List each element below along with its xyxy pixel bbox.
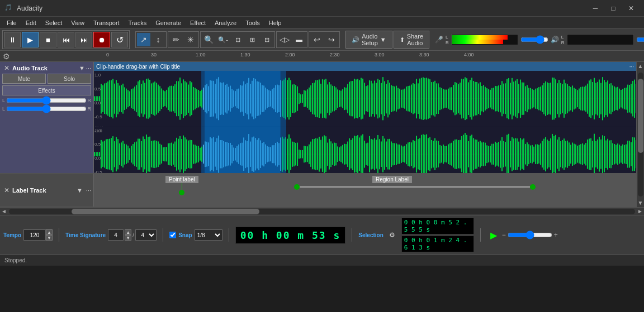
menu-generate[interactable]: Generate (151, 17, 186, 28)
audio-setup-button[interactable]: 🔊 Audio Setup ▼ (345, 31, 392, 49)
playback-speed-slider[interactable] (508, 231, 552, 239)
stop-button[interactable]: ■ (40, 32, 56, 47)
tempo-input[interactable] (23, 229, 46, 241)
snap-select[interactable]: 1/8 Off 1/4 1/16 (195, 229, 222, 241)
trim-button[interactable]: ◁▷ (278, 33, 291, 46)
edit-tools2-group: ◁▷ ▬ (276, 31, 307, 48)
status-text: Stopped. (4, 257, 27, 263)
v-scrollbar[interactable]: ▲ ▼ (636, 62, 644, 207)
skip-fwd-button[interactable]: ⏭ (75, 32, 92, 47)
menu-bar: File Edit Select View Transport Tracks G… (0, 17, 644, 29)
smooth-tool-button[interactable]: ✳ (184, 33, 197, 46)
audio-track-menu-button[interactable]: ··· (86, 65, 91, 71)
gain-r-label: R (88, 98, 92, 103)
label-track-menu-button[interactable]: ··· (86, 187, 91, 194)
zoom-out-button[interactable]: 🔍- (216, 33, 230, 46)
skip-back-button[interactable]: ⏮ (58, 32, 74, 47)
v-scroll-up-button[interactable]: ▲ (637, 62, 644, 70)
ruler-settings-button[interactable]: ⚙ (0, 51, 12, 62)
label-track-header: ✕ Label Track ▼ ··· (0, 174, 94, 207)
share-audio-button[interactable]: ⬆ Share Audio (394, 31, 429, 49)
point-label-pin (179, 190, 184, 195)
playback-speed-section: ▶ − + (487, 228, 558, 242)
envelope-tool-button[interactable]: ↕ (151, 33, 165, 46)
menu-effect[interactable]: Effect (186, 17, 210, 28)
label-track: ✕ Label Track ▼ ··· Point label Region L… (0, 174, 636, 207)
audio-setup-label: Audio Setup (362, 33, 378, 46)
toolbar-row1: ⏸ ▶ ■ ⏮ ⏭ ⏺ ↺ ↗ ↕ ✏ ✳ 🔍 🔍- ⊡ ⊞ ⊟ ◁▷ ▬ ↩ … (0, 29, 644, 51)
loop-button[interactable]: ↺ (111, 32, 128, 47)
select-tool-button[interactable]: ↗ (137, 33, 150, 46)
time-sig-den-select[interactable]: 4 2 8 16 (135, 229, 157, 241)
snap-checkbox[interactable] (169, 232, 176, 238)
redo-button[interactable]: ↪ (325, 33, 338, 46)
bottom-div2 (163, 228, 163, 242)
tempo-down-button[interactable]: ▼ (46, 235, 53, 241)
fit-project-button[interactable]: ⊞ (245, 33, 259, 46)
zoom-in-button[interactable]: 🔍 (202, 33, 215, 46)
selection-end-display: 0 0 h 0 1 m 2 4 . 6 1 3 s (401, 236, 474, 252)
draw-tools-group: ✏ ✳ (168, 31, 199, 48)
point-label-stem (182, 183, 182, 190)
play-button[interactable]: ▶ (22, 32, 39, 47)
menu-analyze[interactable]: Analyze (210, 17, 241, 28)
draw-tool-button[interactable]: ✏ (169, 33, 183, 46)
tempo-up-button[interactable]: ▲ (46, 229, 53, 235)
zoom-tools-group: 🔍 🔍- ⊡ ⊞ ⊟ (200, 31, 275, 48)
record-button[interactable]: ⏺ (93, 32, 110, 47)
time-sig-section: Time Signature ▲ ▼ / 4 2 8 16 (65, 229, 157, 241)
lr-label-bot: R (446, 40, 449, 45)
menu-select[interactable]: Select (41, 17, 67, 28)
selection-settings-button[interactable]: ⚙ (386, 228, 399, 242)
output-gain-slider[interactable] (636, 36, 644, 44)
h-scrollbar: ◄ ► (0, 207, 644, 215)
time-sig-num-up[interactable]: ▲ (125, 229, 131, 235)
menu-edit[interactable]: Edit (21, 17, 41, 28)
pause-button[interactable]: ⏸ (4, 32, 21, 47)
clip-menu-button[interactable]: ··· (629, 64, 634, 70)
time-sig-num-input[interactable] (108, 229, 124, 241)
maximize-button[interactable]: □ (605, 3, 622, 14)
audio-track-name: Audio Track (12, 65, 78, 71)
zoom-toggle-button[interactable]: ⊟ (260, 33, 273, 46)
input-meter (451, 34, 518, 45)
audio-track-close-button[interactable]: ✕ (2, 64, 11, 72)
h-scroll-right-button[interactable]: ► (637, 208, 643, 214)
v-scrollbar-thumb[interactable] (638, 79, 643, 153)
undo-button[interactable]: ↩ (310, 33, 324, 46)
audio-track-waveform[interactable]: Clip-handle drag-bar with Clip title ···… (94, 62, 636, 173)
snap-section: Snap 1/8 Off 1/4 1/16 (169, 229, 222, 241)
fit-selection-button[interactable]: ⊡ (231, 33, 244, 46)
solo-button[interactable]: Solo (48, 74, 91, 84)
clip-handle-bar[interactable]: Clip-handle drag-bar with Clip title ··· (94, 62, 636, 71)
label-track-collapse-icon[interactable]: ▼ (77, 187, 83, 194)
effects-button[interactable]: Effects (2, 85, 91, 95)
gain-slider[interactable] (6, 97, 86, 104)
playback-play-button[interactable]: ▶ (487, 228, 500, 242)
h-scrollbar-thumb[interactable] (72, 209, 259, 214)
mute-button[interactable]: Mute (2, 74, 46, 84)
bottom-div1 (59, 228, 59, 242)
time-sig-num-down[interactable]: ▼ (125, 235, 131, 241)
label-track-close-button[interactable]: ✕ (2, 186, 11, 194)
audio-track-collapse-icon[interactable]: ▼ (79, 65, 85, 71)
h-scroll-left-button[interactable]: ◄ (1, 208, 7, 214)
menu-tracks[interactable]: Tracks (124, 17, 151, 28)
close-button[interactable]: ✕ (623, 3, 640, 14)
menu-file[interactable]: File (2, 17, 21, 28)
ruler-mark-200: 2:00 (285, 52, 295, 57)
track-gain-row: L R (2, 97, 91, 104)
label-track-content[interactable]: Point label Region Label (94, 174, 636, 207)
menu-tools[interactable]: Tools (241, 17, 264, 28)
undo-tools-group: ↩ ↪ (309, 31, 340, 48)
menu-transport[interactable]: Transport (89, 17, 124, 28)
silence-button[interactable]: ▬ (292, 33, 306, 46)
minimize-button[interactable]: ─ (587, 3, 604, 14)
input-gain-slider[interactable] (520, 36, 548, 44)
pan-slider[interactable] (6, 105, 86, 112)
ruler-mark-30: 30 (151, 52, 157, 57)
menu-help[interactable]: Help (264, 17, 286, 28)
label-track-name: Label Track (12, 187, 74, 194)
menu-view[interactable]: View (67, 17, 89, 28)
v-scroll-down-button[interactable]: ▼ (637, 199, 644, 207)
